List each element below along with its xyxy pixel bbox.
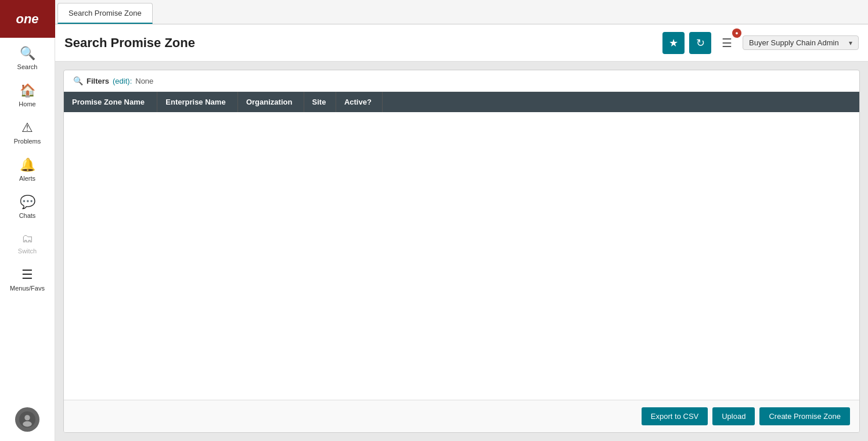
user-dropdown[interactable]: Buyer Supply Chain Admin ▾ — [743, 35, 859, 50]
chevron-down-icon: ▾ — [849, 39, 852, 47]
warning-icon: ⚠ — [21, 120, 33, 135]
filters-label: Filters — [87, 77, 109, 85]
table-container: Promise Zone Name Enterprise Name Organi… — [64, 92, 859, 400]
header-actions: ★ ↻ ☰ ● Buyer Supply Chain Admin ▾ — [662, 32, 859, 54]
sidebar-label-home: Home — [19, 101, 35, 107]
tab-bar: Search Promise Zone — [55, 0, 868, 24]
search-icon: 🔍 — [20, 46, 35, 61]
tab-search-promise-zone[interactable]: Search Promise Zone — [57, 3, 153, 24]
user-name: Buyer Supply Chain Admin — [749, 38, 844, 47]
filter-icon: 🔍 — [73, 76, 83, 85]
sidebar-item-chats[interactable]: 💬 Chats — [0, 187, 55, 224]
menu-icon: ☰ — [21, 267, 33, 282]
bell-icon: 🔔 — [20, 157, 35, 173]
main-content: Search Promise Zone Search Promise Zone … — [55, 0, 868, 441]
sidebar-item-problems[interactable]: ⚠ Problems — [0, 112, 55, 149]
star-icon: ★ — [669, 37, 678, 49]
table-header-row: Promise Zone Name Enterprise Name Organi… — [64, 92, 859, 112]
favorite-button[interactable]: ★ — [662, 32, 685, 54]
sidebar-item-search[interactable]: 🔍 Search — [0, 38, 55, 75]
refresh-button[interactable]: ↻ — [689, 32, 711, 54]
switch-icon: 🗂 — [21, 232, 33, 245]
refresh-icon: ↻ — [696, 37, 705, 49]
sidebar-item-menus-favs[interactable]: ☰ Menus/Favs — [0, 259, 55, 296]
sidebar-item-home[interactable]: 🏠 Home — [0, 75, 55, 112]
footer-actions: Export to CSV Upload Create Promise Zone — [64, 400, 859, 432]
app-logo[interactable]: one — [0, 0, 55, 38]
col-actions — [382, 92, 859, 112]
home-icon: 🏠 — [20, 83, 35, 98]
sidebar-item-switch[interactable]: 🗂 Switch — [0, 224, 55, 259]
col-site: Site — [304, 92, 336, 112]
sidebar-label-switch: Switch — [18, 248, 37, 254]
page-title: Search Promise Zone — [64, 35, 662, 51]
user-avatar[interactable] — [15, 407, 39, 432]
col-enterprise-name: Enterprise Name — [157, 92, 238, 112]
sidebar-label-problems: Problems — [14, 138, 41, 145]
sidebar-label-search: Search — [17, 63, 38, 70]
col-active: Active? — [336, 92, 382, 112]
chat-icon: 💬 — [20, 195, 35, 210]
export-csv-button[interactable]: Export to CSV — [642, 407, 708, 425]
filters-edit-link[interactable]: (edit): — [113, 77, 132, 85]
col-promise-zone-name: Promise Zone Name — [64, 92, 157, 112]
col-organization: Organization — [237, 92, 304, 112]
hamburger-icon: ☰ — [722, 36, 732, 50]
content-area: 🔍 Filters (edit): None Promise Zone Name… — [55, 62, 868, 441]
notification-badge: ● — [732, 28, 741, 38]
sidebar-label-chats: Chats — [19, 212, 36, 219]
sidebar-label-menus-favs: Menus/Favs — [10, 285, 45, 292]
filters-value: None — [135, 77, 153, 85]
notifications-button[interactable]: ☰ ● — [716, 32, 738, 54]
upload-button[interactable]: Upload — [712, 407, 755, 425]
logo-text: one — [16, 12, 38, 27]
svg-point-2 — [23, 421, 32, 426]
filters-row: 🔍 Filters (edit): None — [64, 70, 859, 92]
tab-label: Search Promise Zone — [69, 9, 142, 17]
svg-point-1 — [24, 415, 30, 420]
sidebar: one 🔍 Search 🏠 Home ⚠ Problems 🔔 Alerts … — [0, 0, 55, 441]
content-card: 🔍 Filters (edit): None Promise Zone Name… — [63, 70, 860, 433]
create-promise-zone-button[interactable]: Create Promise Zone — [759, 407, 850, 425]
results-table: Promise Zone Name Enterprise Name Organi… — [64, 92, 859, 112]
sidebar-label-alerts: Alerts — [19, 175, 35, 182]
sidebar-item-alerts[interactable]: 🔔 Alerts — [0, 149, 55, 187]
header-bar: Search Promise Zone ★ ↻ ☰ ● Buyer Supply… — [55, 24, 868, 62]
